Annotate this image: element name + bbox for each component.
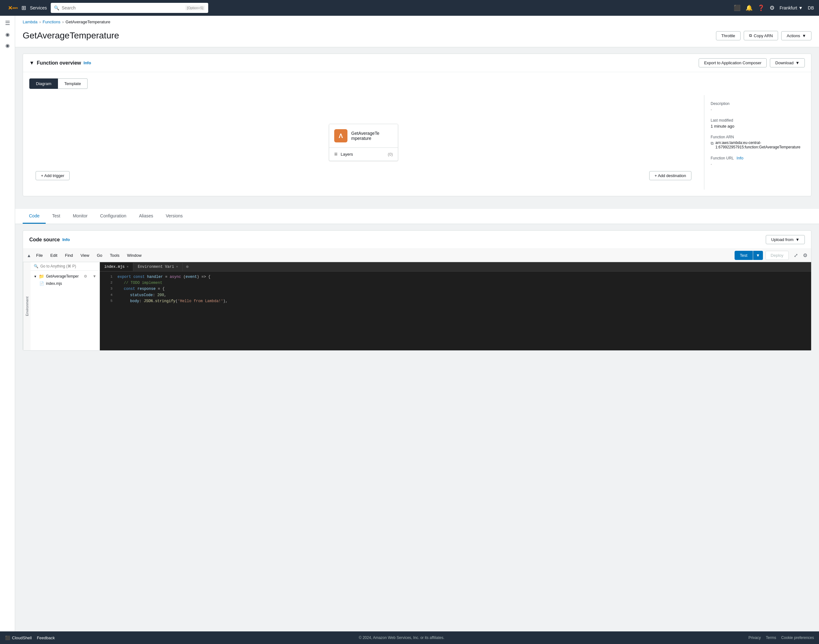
function-box: Λ GetAverageTemperature ≡ Layers (0) <box>329 124 398 161</box>
function-name: GetAverageTemperature <box>351 131 379 141</box>
tab-monitor[interactable]: Monitor <box>66 209 94 224</box>
menu-file[interactable]: File <box>34 252 45 259</box>
nav-icons: ⬛ 🔔 ❓ ⚙ Frankfurt ▼ DB <box>734 5 814 11</box>
function-arn-label: Function ARN <box>710 135 799 139</box>
file-explorer-wrapper: Environment 🔍 ▼ 📁 <box>23 262 100 350</box>
file-tree: ▼ 📁 GetAverageTemper ⚙ ▼ 📄 <box>31 271 100 289</box>
search-input[interactable] <box>62 5 183 11</box>
diagram-canvas: Λ GetAverageTemperature ≡ Layers (0) <box>29 95 698 190</box>
help-icon[interactable]: ❓ <box>758 5 764 11</box>
menu-window[interactable]: Window <box>124 252 144 259</box>
folder-more-icon[interactable]: ▼ <box>93 274 96 279</box>
card-body: Diagram Template Λ GetAverageTemperature <box>23 72 811 196</box>
breadcrumb-functions[interactable]: Functions <box>43 20 60 24</box>
expand-icon[interactable]: ⤢ <box>794 252 798 258</box>
search-bar[interactable]: 🔍 [Option+S] <box>51 3 208 13</box>
breadcrumb-sep-1: › <box>39 20 41 24</box>
test-dropdown-button[interactable]: ▼ <box>753 251 763 260</box>
breadcrumb-sep-2: › <box>62 20 64 24</box>
tab-configuration[interactable]: Configuration <box>94 209 133 224</box>
file-item-index[interactable]: 📄 index.mjs <box>31 280 100 287</box>
main-content: Lambda › Functions › GetAverageTemperatu… <box>15 16 819 632</box>
services-nav[interactable]: Services <box>30 5 47 11</box>
test-btn-group: Test ▼ <box>735 251 763 260</box>
tab-label-index: index.mjs <box>104 265 125 269</box>
top-nav: aws ⊞ Services 🔍 [Option+S] ⬛ 🔔 ❓ ⚙ Fran… <box>0 0 819 16</box>
tab-close-env[interactable]: × <box>176 265 178 269</box>
menu-tools[interactable]: Tools <box>107 252 122 259</box>
search-icon: 🔍 <box>54 5 59 11</box>
upload-from-button[interactable]: Upload from ▼ <box>766 235 805 244</box>
add-destination-button[interactable]: + Add destination <box>649 171 692 180</box>
layers-icon: ≡ <box>334 151 338 158</box>
export-to-composer-button[interactable]: Export to Application Composer <box>699 58 767 67</box>
grid-icon[interactable]: ⊞ <box>21 5 26 11</box>
menu-edit[interactable]: Edit <box>48 252 60 259</box>
overview-tabs: Diagram Template <box>29 78 805 89</box>
code-card: Code source Info Upload from ▼ ▲ File Ed… <box>23 230 811 351</box>
throttle-button[interactable]: Throttle <box>716 31 741 40</box>
tab-versions[interactable]: Versions <box>159 209 189 224</box>
tab-aliases[interactable]: Aliases <box>133 209 159 224</box>
menu-go[interactable]: Go <box>94 252 104 259</box>
code-info-link[interactable]: Info <box>62 237 70 242</box>
function-url-item: Function URL Info - <box>710 156 799 166</box>
download-button[interactable]: Download ▼ <box>770 58 805 67</box>
editor-tab-index[interactable]: index.mjs × <box>100 263 133 271</box>
terminal-icon[interactable]: ⬛ <box>734 5 741 11</box>
last-modified-item: Last modified 1 minute ago <box>710 118 799 129</box>
folder-item[interactable]: ▼ 📁 GetAverageTemper ⚙ ▼ <box>31 273 100 280</box>
lambda-icon: Λ <box>334 129 348 143</box>
user-menu[interactable]: DB <box>808 5 814 11</box>
breadcrumb: Lambda › Functions › GetAverageTemperatu… <box>15 16 819 27</box>
region-selector[interactable]: Frankfurt ▼ <box>780 5 803 11</box>
overview-info-link[interactable]: Info <box>83 60 91 65</box>
test-button[interactable]: Test <box>735 251 753 260</box>
tab-code[interactable]: Code <box>23 209 46 224</box>
function-box-header: Λ GetAverageTemperature <box>329 124 398 148</box>
file-name-index: index.mjs <box>46 281 62 286</box>
folder-settings-icon[interactable]: ⚙ <box>84 274 87 279</box>
diagram-tab[interactable]: Diagram <box>29 78 58 89</box>
file-search-input[interactable] <box>40 264 96 268</box>
arn-value: ⧉ arn:aws:lambda:eu-central-1:6799229579… <box>710 141 799 149</box>
editor-settings-icon[interactable]: ⚙ <box>803 252 807 258</box>
sidebar-icon-1[interactable]: ◉ <box>5 32 10 37</box>
folder-name: GetAverageTemper <box>46 274 79 279</box>
menu-view[interactable]: View <box>78 252 92 259</box>
download-chevron-icon: ▼ <box>795 60 799 65</box>
arn-copy-icon[interactable]: ⧉ <box>710 141 713 146</box>
hamburger-menu[interactable]: ☰ <box>5 20 10 26</box>
file-search-icon: 🔍 <box>34 264 38 268</box>
card-header-actions: Export to Application Composer Download … <box>699 58 805 67</box>
sidebar-icon-2[interactable]: ◉ <box>5 43 10 49</box>
copy-icon: ⧉ <box>749 33 752 38</box>
code-line-3: 3 const response = { <box>100 286 811 292</box>
arn-text: arn:aws:lambda:eu-central-1:679922957915… <box>715 141 801 149</box>
code-card-header: Code source Info Upload from ▼ <box>23 231 811 249</box>
actions-button[interactable]: Actions ▼ <box>781 31 811 40</box>
triangle-icon: ▼ <box>29 60 34 66</box>
code-section: Code source Info Upload from ▼ ▲ File Ed… <box>15 224 819 357</box>
aws-logo[interactable]: aws <box>5 3 18 12</box>
breadcrumb-lambda[interactable]: Lambda <box>23 20 37 24</box>
file-icon: 📄 <box>39 281 44 286</box>
tab-close-index[interactable]: × <box>127 265 129 269</box>
template-tab[interactable]: Template <box>58 78 87 89</box>
settings-icon[interactable]: ⚙ <box>770 5 775 11</box>
bell-icon[interactable]: 🔔 <box>746 5 753 11</box>
code-title: Code source Info <box>29 237 70 242</box>
collapse-icon[interactable]: ▲ <box>27 253 31 258</box>
function-url-info-link[interactable]: Info <box>736 156 743 160</box>
editor-toolbar: ▲ File Edit Find View Go Tools Window Te… <box>23 249 811 262</box>
menu-find[interactable]: Find <box>62 252 75 259</box>
code-editor[interactable]: index.mjs × Environment Vari × ⊕ 1 <box>100 262 811 350</box>
function-box-layers[interactable]: ≡ Layers (0) <box>329 148 398 161</box>
tab-add-button[interactable]: ⊕ <box>183 262 191 271</box>
editor-tab-env[interactable]: Environment Vari × <box>133 263 183 271</box>
copy-arn-button[interactable]: ⧉ Copy ARN <box>744 31 778 40</box>
upload-chevron-icon: ▼ <box>795 237 799 242</box>
tab-test[interactable]: Test <box>46 209 66 224</box>
add-trigger-button[interactable]: + Add trigger <box>35 171 70 180</box>
page-title: GetAverageTemperature <box>23 31 119 41</box>
